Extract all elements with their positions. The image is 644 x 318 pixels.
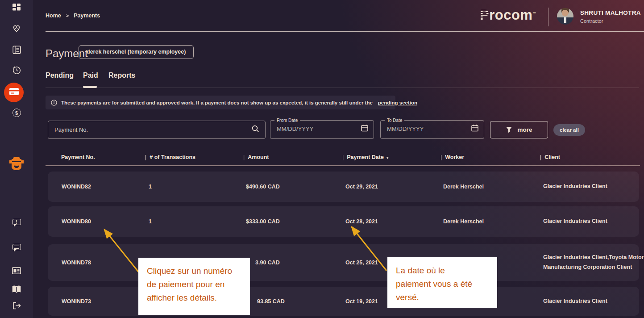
table-row[interactable]: WONIND73 93.85 CAD Oct 19, 2021 Glacier …: [48, 287, 639, 316]
tabbar-rule: [46, 88, 639, 88]
procom-logo: Procom™: [480, 7, 536, 23]
breadcrumb-home[interactable]: Home: [46, 13, 61, 19]
breadcrumb-separator-icon: >: [66, 13, 69, 19]
col-header-payment-no: Payment No.: [61, 154, 95, 160]
table-row[interactable]: WONIND80 1 $333.00 CAD Oct 28, 2021 Dere…: [48, 206, 639, 237]
payment-date-cell: Oct 25, 2021: [345, 259, 378, 266]
news-icon[interactable]: [0, 267, 33, 274]
to-date-field: To Date: [380, 118, 484, 139]
payment-no-link[interactable]: WONIND82: [62, 184, 91, 190]
from-date-input[interactable]: [270, 126, 361, 132]
tab-reports[interactable]: Reports: [108, 71, 135, 80]
col-header-transactions: |# of Transactions: [145, 154, 195, 160]
col-header-client: |Client: [540, 154, 560, 160]
search-icon[interactable]: [252, 125, 259, 134]
engagements-icon[interactable]: [0, 24, 33, 33]
sidebar-item-payments-active[interactable]: [4, 83, 24, 102]
payments-card-icon: [9, 88, 19, 97]
user-role: Contractor: [580, 18, 603, 24]
more-filters-button[interactable]: more: [490, 121, 548, 138]
payments-page: $ ! Home > Payments Procom™ SHRUTI MALHO…: [0, 0, 644, 318]
worker-cell: Derek Herschel: [443, 184, 484, 190]
avatar[interactable]: [557, 8, 573, 25]
exclaim-glyph: !: [16, 220, 17, 225]
chat-icon[interactable]: [0, 244, 33, 250]
callout-payment-date: La date où le paiement vous a été versé.: [387, 257, 497, 308]
header-rule: [46, 31, 644, 32]
sidebar: $ !: [0, 0, 33, 318]
sort-desc-icon[interactable]: ▾: [386, 155, 389, 160]
callout-payment-number: Cliquez sur un numéro de paiement pour e…: [138, 258, 250, 315]
header-divider: [548, 8, 548, 26]
col-header-worker: |Worker: [440, 154, 464, 160]
table-row[interactable]: WONIND78 3.90 CAD Oct 25, 2021 Glacier I…: [48, 244, 639, 281]
filter-funnel-icon: [506, 126, 512, 133]
client-cell: Glacier Industries Client: [543, 297, 644, 306]
calendar-icon[interactable]: [471, 124, 478, 134]
amount-cell: 93.85 CAD: [257, 298, 285, 305]
payment-no-search: [48, 121, 266, 139]
clear-all-button[interactable]: clear all: [553, 124, 585, 136]
transactions-cell: 1: [149, 218, 152, 225]
timesheets-icon[interactable]: [0, 46, 33, 54]
more-label: more: [517, 126, 532, 133]
calendar-icon[interactable]: [361, 124, 368, 134]
earnings-icon[interactable]: $: [0, 109, 33, 117]
payment-no-link[interactable]: WONIND78: [62, 259, 91, 266]
amount-cell: $333.00 CAD: [246, 218, 280, 225]
feedback-icon[interactable]: !: [0, 219, 33, 225]
info-banner: These payments are for submitted and app…: [46, 96, 395, 109]
client-cell: Glacier Industries Client: [543, 182, 644, 192]
worker-chip: derek herschel (temporary employee): [79, 45, 194, 59]
tab-paid[interactable]: Paid: [83, 71, 98, 80]
transactions-cell: 1: [149, 184, 152, 190]
handbook-icon[interactable]: [0, 285, 33, 293]
col-header-payment-date[interactable]: |Payment Date▾: [342, 154, 388, 160]
table-header-rule: [46, 165, 640, 166]
breadcrumb-payments[interactable]: Payments: [74, 13, 100, 19]
dashboard-grid-icon[interactable]: [0, 3, 33, 12]
amount-cell: $490.60 CAD: [246, 184, 280, 190]
payment-date-cell: Oct 29, 2021: [345, 184, 378, 190]
banner-text: These payments are for submitted and app…: [61, 100, 373, 105]
amount-cell: 3.90 CAD: [255, 259, 280, 266]
breadcrumb: Home > Payments: [46, 13, 100, 19]
payment-no-link[interactable]: WONIND73: [62, 298, 91, 305]
tab-pending[interactable]: Pending: [46, 71, 74, 80]
client-cell: Glacier Industries Client,Toyota Motor M…: [543, 253, 644, 272]
table-row[interactable]: WONIND82 1 $490.60 CAD Oct 29, 2021 Dere…: [48, 172, 639, 202]
client-cell: Glacier Industries Client: [543, 217, 644, 226]
active-tab-underline: [83, 86, 97, 88]
payment-date-cell: Oct 19, 2021: [345, 298, 378, 305]
to-date-input[interactable]: [381, 126, 471, 132]
col-header-amount: |Amount: [243, 154, 269, 160]
worker-cell: Derek Herschel: [443, 218, 484, 225]
payment-no-link[interactable]: WONIND80: [62, 218, 91, 225]
payment-date-cell: Oct 28, 2021: [345, 218, 378, 225]
from-date-label: From Date: [274, 118, 300, 123]
mascot-logo-icon[interactable]: [0, 156, 33, 172]
from-date-field: From Date: [270, 118, 374, 139]
to-date-label: To Date: [385, 118, 404, 123]
info-icon: [51, 100, 57, 106]
dollar-glyph: $: [15, 110, 18, 116]
payment-no-input[interactable]: [48, 121, 252, 138]
time-history-icon[interactable]: [0, 66, 33, 75]
logout-icon[interactable]: [0, 302, 33, 310]
trademark-mark: ™: [532, 12, 536, 16]
pending-section-link[interactable]: pending section: [378, 100, 417, 105]
user-name: SHRUTI MALHOTRA: [580, 9, 641, 16]
